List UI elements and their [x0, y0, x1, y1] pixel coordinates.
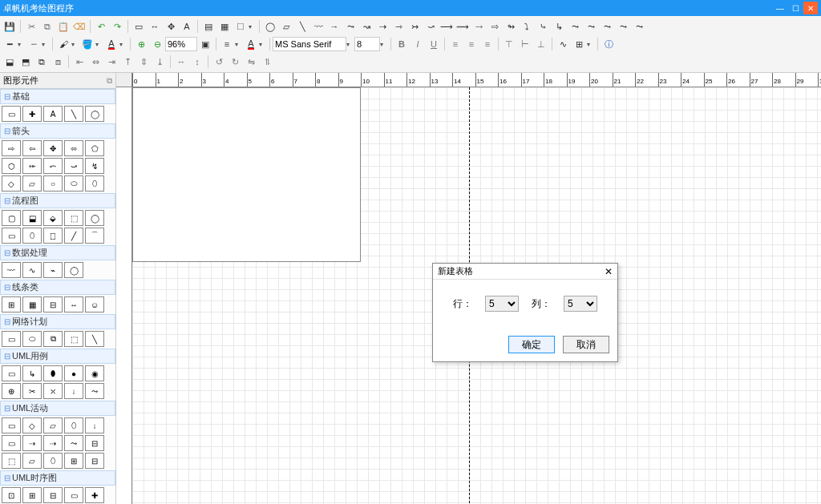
shape-item[interactable]: ⬄ — [64, 140, 83, 156]
shape-item[interactable]: ⧉ — [43, 331, 63, 347]
shape-item[interactable]: ⎕ — [43, 228, 63, 244]
grid-icon[interactable]: ▦ — [217, 19, 232, 34]
arrow20-icon[interactable]: ⤳ — [632, 19, 646, 34]
brush-icon[interactable]: 🖌 — [56, 37, 71, 51]
arrow1-icon[interactable]: → — [327, 19, 342, 34]
oval-tool-icon[interactable]: ◯ — [263, 19, 277, 34]
category-header[interactable]: 流程图 — [0, 193, 115, 208]
shape-item[interactable]: ⬯ — [43, 453, 63, 469]
category-header[interactable]: 箭头 — [0, 123, 115, 139]
arrow19-icon[interactable]: ⤳ — [616, 19, 630, 34]
underline-icon[interactable]: U — [427, 37, 441, 51]
arrow2-icon[interactable]: ⤳ — [343, 19, 358, 34]
shape-item[interactable]: ⊞ — [22, 487, 42, 503]
shape-item[interactable]: ↔ — [64, 296, 83, 312]
shape-item[interactable]: ⇢ — [43, 435, 63, 451]
canvas-area[interactable]: 0123456789101112131415161718192021222324… — [116, 73, 821, 504]
shape-item[interactable]: ⌁ — [43, 262, 63, 278]
bold-icon[interactable]: B — [394, 37, 409, 51]
font-size-input[interactable] — [354, 37, 380, 51]
shape-item[interactable]: ⊡ — [2, 487, 21, 503]
dropdown-icon[interactable]: ▾ — [249, 23, 257, 30]
line-tool-icon[interactable]: ╲ — [295, 19, 309, 34]
shape-item[interactable]: ✂ — [22, 383, 42, 399]
category-header[interactable]: UML时序图 — [0, 470, 115, 486]
ungroup-icon[interactable]: ⧈ — [51, 54, 65, 69]
send-back-icon[interactable]: ⬓ — [2, 54, 17, 69]
undo-icon[interactable]: ↶ — [94, 19, 108, 34]
shape-item[interactable]: ✚ — [85, 487, 104, 503]
shape-item[interactable]: ⊟ — [85, 435, 104, 451]
shape-item[interactable]: ↓ — [85, 417, 104, 433]
shape-item[interactable]: ○ — [43, 175, 63, 192]
table-icon[interactable]: ⊞ — [572, 37, 586, 51]
category-header[interactable]: 基础 — [0, 89, 115, 104]
shape-item[interactable]: ⬯ — [85, 175, 104, 192]
shape-item[interactable]: ⬯ — [64, 417, 83, 433]
select-icon[interactable]: ▭ — [131, 19, 146, 34]
cancel-button[interactable]: 取消 — [563, 336, 609, 353]
arrow7-icon[interactable]: ⤻ — [423, 19, 438, 34]
shape-item[interactable]: ▭ — [2, 331, 21, 347]
window-minimize-button[interactable]: — — [773, 2, 787, 14]
valign-bot-icon[interactable]: ⊥ — [534, 37, 548, 51]
window-close-button[interactable]: ✕ — [803, 2, 818, 14]
align-r-icon[interactable]: ⇥ — [104, 54, 119, 69]
shape-item[interactable]: ⬭ — [22, 331, 42, 347]
align-l-icon[interactable]: ⇤ — [72, 54, 87, 69]
align-m-icon[interactable]: ⇕ — [136, 54, 151, 69]
shape-item[interactable]: ⬓ — [22, 210, 42, 226]
window-maximize-button[interactable]: ☐ — [788, 2, 803, 14]
shape-item[interactable]: ◯ — [85, 210, 104, 226]
text-icon[interactable]: A — [180, 19, 194, 34]
shape-item[interactable]: ✚ — [22, 106, 42, 122]
shape-item[interactable]: ⬡ — [2, 158, 21, 174]
arrow4-icon[interactable]: ⇢ — [375, 19, 390, 34]
layers-icon[interactable]: ☐ — [233, 19, 248, 34]
flip-h-icon[interactable]: ⇋ — [244, 54, 258, 69]
dist-h-icon[interactable]: ↔ — [174, 54, 188, 69]
line-chart-icon[interactable]: ∿ — [556, 37, 570, 51]
rotate-right-icon[interactable]: ↻ — [228, 54, 242, 69]
shape-item[interactable]: ⬭ — [64, 175, 83, 192]
arrow13-icon[interactable]: ⤵ — [520, 19, 534, 34]
shape-item[interactable]: ⊟ — [43, 296, 63, 312]
shape-item[interactable]: ▱ — [22, 175, 42, 192]
shape-item[interactable]: ⊟ — [43, 487, 63, 503]
shape-item[interactable]: ╲ — [64, 106, 83, 122]
curve-tool-icon[interactable]: 〰 — [311, 19, 326, 34]
shape-item[interactable]: ⤺ — [43, 158, 63, 174]
shape-item[interactable]: ⬰ — [22, 158, 42, 174]
shape-item[interactable]: ⊞ — [64, 453, 83, 469]
help-icon[interactable]: ⓘ — [601, 37, 616, 51]
category-header[interactable]: UML用例 — [0, 349, 115, 364]
dialog-title-bar[interactable]: 新建表格 ✕ — [433, 264, 617, 280]
align-left-icon[interactable]: ≡ — [448, 37, 463, 51]
bring-front-icon[interactable]: ⬒ — [18, 54, 33, 69]
shape-item[interactable]: ▱ — [22, 453, 42, 469]
shape-item[interactable]: ▭ — [2, 417, 21, 433]
move-icon[interactable]: ✥ — [164, 19, 178, 34]
shape-item[interactable]: 〰 — [2, 262, 21, 278]
shape-item[interactable]: ⇨ — [2, 140, 21, 156]
zoom-input[interactable] — [165, 37, 197, 51]
align-right-icon[interactable]: ≡ — [480, 37, 495, 51]
arrow3-icon[interactable]: ↝ — [359, 19, 374, 34]
shape-item[interactable]: ∿ — [22, 262, 42, 278]
category-header[interactable]: UML活动 — [0, 401, 115, 416]
shape-item[interactable]: ⬚ — [2, 453, 21, 469]
shape-item[interactable]: ▱ — [43, 417, 63, 433]
arrow8-icon[interactable]: ⟶ — [439, 19, 454, 34]
dialog-close-icon[interactable]: ✕ — [605, 266, 613, 277]
shape-item[interactable]: ◇ — [2, 175, 21, 192]
align-b-icon[interactable]: ⤓ — [152, 54, 167, 69]
shape-item[interactable]: ▢ — [2, 210, 21, 226]
arrow16-icon[interactable]: ⤳ — [568, 19, 582, 34]
pin-icon[interactable]: ⧉ — [107, 76, 112, 86]
shape-item[interactable]: ⬮ — [43, 365, 63, 381]
shape-item[interactable]: ▦ — [22, 296, 42, 312]
shape-item[interactable]: ▭ — [64, 487, 83, 503]
category-header[interactable]: 数据处理 — [0, 245, 115, 260]
arrow5-icon[interactable]: ⇾ — [391, 19, 406, 34]
arrow17-icon[interactable]: ⤳ — [584, 19, 598, 34]
